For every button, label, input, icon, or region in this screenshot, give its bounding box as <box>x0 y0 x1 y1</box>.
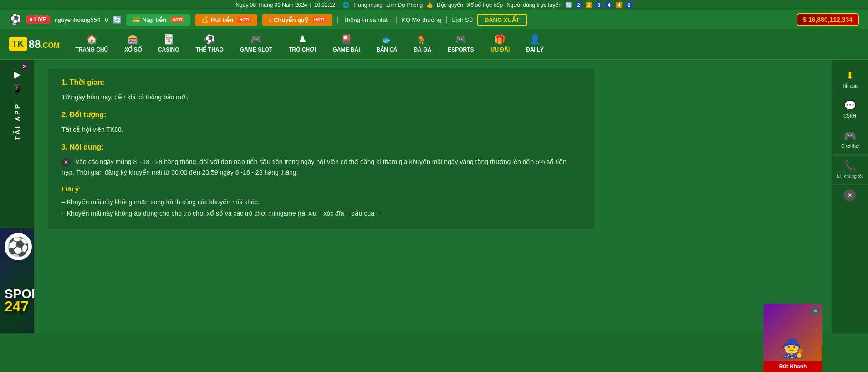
nav-dai-ly[interactable]: 👤 ĐẠI LÝ <box>518 29 552 59</box>
lh-float-icon: 📞 <box>844 160 856 172</box>
live-label: LIVE <box>34 16 46 23</box>
nav-the-thao[interactable]: ⚽ THỂ THAO <box>188 29 232 59</box>
lh-float-label: LH chúng tôi <box>837 174 863 179</box>
cskh-float-label: CSKH <box>843 114 856 119</box>
esports-icon: 🎮 <box>455 34 466 45</box>
choi-thu-float-label: Chơi thử <box>841 144 858 149</box>
game-bai-label: GAME BÀI <box>333 46 360 53</box>
globe-icon: 🌐 <box>342 2 349 8</box>
rut-nhanh-widget[interactable]: ✕ 🧙 Rút Nhanh <box>763 304 822 333</box>
live-dot <box>30 18 32 21</box>
phone-sidebar-icon: 📱 <box>11 83 23 94</box>
uu-dai-icon: 🎁 <box>494 34 505 45</box>
dai-ly-icon: 👤 <box>529 34 541 45</box>
xo-so-label: XỔ SỐ <box>124 46 141 53</box>
nap-tien-button[interactable]: 💳 Nạp tiền HOT! <box>126 14 190 26</box>
game-bai-icon: 🎴 <box>341 34 352 45</box>
text-2: Tất cả hội viên TK88. <box>61 124 581 135</box>
choi-thu-float-icon: 🎮 <box>844 130 856 142</box>
users-label: Người dùng trực tuyến <box>506 2 562 8</box>
bullet-2: – Khuyến mãi này không áp dụng cho cho t… <box>61 208 581 219</box>
xo-so-truc-tiep-link[interactable]: Xổ số trực tiếp <box>467 2 503 8</box>
count-badge-4: 4 <box>606 2 612 8</box>
luu-y-label: Lưu ý: <box>61 186 581 193</box>
trang-mang-link[interactable]: Trang mạng <box>353 2 383 8</box>
rut-tien-icon: 💰 <box>201 16 209 23</box>
nav-game-slot[interactable]: 🎮 GAME SLOT <box>232 29 281 59</box>
time-text: 10:32:12 <box>314 2 336 8</box>
balance-refresh-button[interactable]: 🔄 <box>112 16 122 24</box>
close-content-button[interactable]: ✕ <box>61 158 71 167</box>
text-1: Từ ngày hôm nay, đến khi có thông báo mớ… <box>61 92 581 103</box>
logo-link[interactable]: TK 88.COM <box>9 33 67 55</box>
game-slot-icon: 🎮 <box>250 34 262 45</box>
heading-3: 3. Nội dung: <box>61 143 581 151</box>
main-text-content: Vào các ngày mùng 8 - 18 - 28 hàng tháng… <box>61 158 567 176</box>
ban-ca-icon: 🐟 <box>381 34 393 45</box>
live-badge: LIVE <box>26 16 50 24</box>
date-text: Ngày 08 Tháng 09 Năm 2024 <box>235 2 307 8</box>
balance-display: 0 <box>105 16 108 23</box>
header-toolbar: ⚽ LIVE nguyenhoang554 0 🔄 💳 Nạp tiền HOT… <box>0 10 868 29</box>
the-thao-label: THỂ THAO <box>196 46 224 53</box>
content-section: 1. Thời gian: Từ ngày hôm nay, đến khi c… <box>48 69 594 229</box>
rut-tien-button[interactable]: 💰 Rút tiền HOT! <box>195 14 257 26</box>
tai-app-action[interactable]: ⬇ Tải app <box>832 64 868 94</box>
username-display: nguyenhoang554 <box>55 16 101 23</box>
trang-chu-label: TRANG CHỦ <box>75 46 108 53</box>
choi-thu-action[interactable]: 🎮 Chơi thử <box>832 124 868 155</box>
the-thao-icon: ⚽ <box>204 34 215 45</box>
hot-badge-rut: HOT! <box>237 17 251 22</box>
uu-dai-label: ƯU ĐÃI <box>490 46 510 53</box>
tro-choi-icon: ♟ <box>298 34 306 45</box>
nav-esports[interactable]: 🎮 ESPORTS <box>439 29 482 59</box>
thong-tin-ca-nhan-link[interactable]: Thông tin cá nhân <box>343 16 391 23</box>
nav-ban-ca[interactable]: 🐟 BẮN CÁ <box>368 29 406 59</box>
hand-icon: 👍 <box>426 2 433 8</box>
tai-app-sidebar-label: TẢI APP <box>14 103 21 140</box>
kq-mo-thuong-link[interactable]: KQ Mở thưởng <box>402 16 441 23</box>
count-badge-2c: 2 <box>626 2 632 8</box>
link-du-phong-link[interactable]: Link Dự Phòng <box>386 2 423 8</box>
close-rut-nhanh-button[interactable]: ✕ <box>810 306 820 316</box>
lh-chung-toi-action[interactable]: 📞 LH chúng tôi <box>832 155 868 185</box>
nav-items: 🏠 TRANG CHỦ 🎰 XỔ SỐ 🃏 CASINO ⚽ THỂ THAO … <box>67 29 552 59</box>
nav-trang-chu[interactable]: 🏠 TRANG CHỦ <box>67 29 116 59</box>
hot-badge-nap: HOT! <box>170 17 184 22</box>
ban-ca-label: BẮN CÁ <box>377 46 398 53</box>
nav-uu-dai[interactable]: 🎁 ƯU ĐÃI <box>482 29 518 59</box>
close-right-sidebar-button[interactable]: ✕ <box>844 189 856 201</box>
nav-xo-so[interactable]: 🎰 XỔ SỐ <box>116 29 149 59</box>
cskh-action[interactable]: 💬 CSKH <box>832 94 868 124</box>
left-sidebar: ⚽ SPORT 247 ▶ 📱 TẢI APP ✕ <box>0 60 34 333</box>
top-bar-left: Ngày 08 Tháng 09 Năm 2024 | 10:32:12 <box>235 2 335 8</box>
nap-tien-label: Nạp tiền <box>142 16 166 23</box>
doc-quyen-link[interactable]: Độc quyền <box>437 2 463 8</box>
da-ga-icon: 🐓 <box>417 34 428 45</box>
refresh-top-icon: 🔄 <box>565 2 572 8</box>
nav-da-ga[interactable]: 🐓 ĐÁ GÀ <box>406 29 440 59</box>
lich-su-link[interactable]: Lịch Sử <box>452 16 473 23</box>
main-content: 1. Thời gian: Từ ngày hôm nay, đến khi c… <box>34 60 832 333</box>
tai-app-float-icon: ⬇ <box>846 70 854 82</box>
trang-chu-icon: 🏠 <box>86 34 97 45</box>
dang-xuat-button[interactable]: ĐĂNG XUẤT <box>477 14 527 26</box>
esports-label: ESPORTS <box>448 46 474 53</box>
nav-game-bai[interactable]: 🎴 GAME BÀI <box>325 29 368 59</box>
chuyen-quy-button[interactable]: ↕ Chuyển quỹ HOT! <box>262 14 332 26</box>
da-ga-label: ĐÁ GÀ <box>414 46 432 53</box>
main-nav: TK 88.COM 🏠 TRANG CHỦ 🎰 XỔ SỐ 🃏 CASINO ⚽… <box>0 29 868 60</box>
heading-2: 2. Đối tượng: <box>61 110 581 119</box>
casino-label: CASINO <box>158 46 179 53</box>
toolbar-separator2: | <box>395 16 397 24</box>
chuyen-quy-icon: ↕ <box>268 16 271 23</box>
close-sidebar-button[interactable]: ✕ <box>20 62 29 71</box>
count-badge-4b: 4 <box>616 2 622 8</box>
chuyen-quy-label: Chuyển quỹ <box>274 16 308 23</box>
cskh-float-icon: 💬 <box>844 100 856 112</box>
tro-choi-label: TRÒ CHƠI <box>289 46 316 53</box>
logo-88: 88.COM <box>29 38 60 51</box>
game-slot-label: GAME SLOT <box>240 46 272 53</box>
nav-casino[interactable]: 🃏 CASINO <box>150 29 188 59</box>
nav-tro-choi[interactable]: ♟ TRÒ CHƠI <box>281 29 324 59</box>
